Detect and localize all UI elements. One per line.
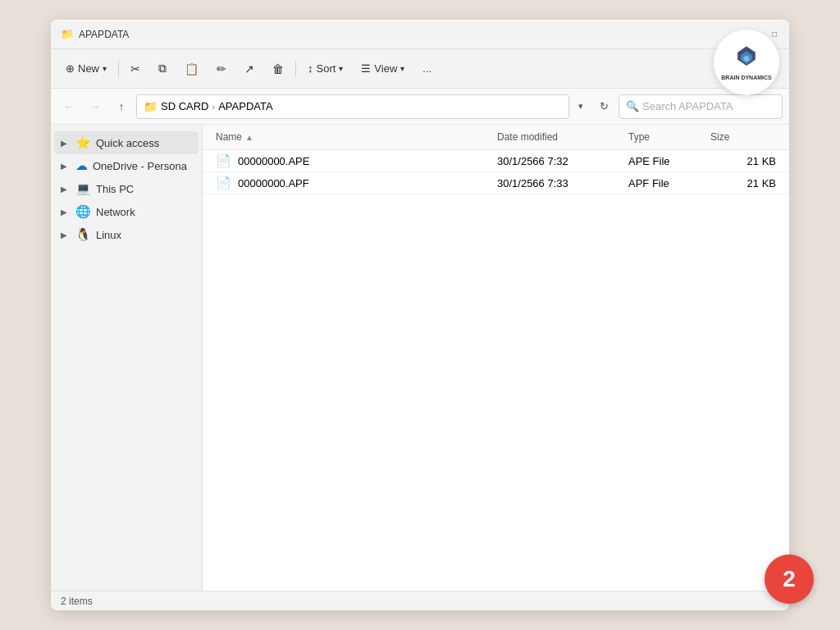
view-dropdown-icon: ▾ (400, 64, 404, 73)
quick-access-icon: ⭐ (75, 135, 91, 150)
title-bar-title: APAPDATA (79, 29, 753, 40)
copy-icon: ⧉ (158, 62, 167, 75)
table-row[interactable]: 📄 00000000.APF 30/1/2566 7:33 APF File 2… (203, 172, 789, 194)
onedrive-icon: ☁ (75, 158, 88, 173)
sidebar-item-network[interactable]: ▶ 🌐 Network (54, 200, 199, 223)
sidebar-item-quick-access[interactable]: ▶ ⭐ Quick access (54, 131, 199, 154)
delete-button[interactable]: 🗑 (264, 56, 292, 82)
file-list-header: Name ▲ Date modified Type Size (203, 125, 789, 150)
file-size: 21 KB (710, 155, 776, 167)
file-type: APE File (628, 155, 710, 167)
maximize-button[interactable]: □ (769, 30, 779, 39)
search-placeholder: Search APAPDATA (642, 100, 733, 112)
explorer-window: 📁 APAPDATA — □ ⊕ New ▾ ✂ ⧉ 📋 ✏ ↗ 🗑 (51, 20, 789, 610)
sort-button[interactable]: ↕ Sort ▾ (299, 56, 351, 82)
forward-button[interactable]: → (84, 95, 107, 118)
title-bar: 📁 APAPDATA — □ (51, 20, 789, 49)
file-name-cell: 📄 00000000.APF (216, 176, 497, 190)
breadcrumb-sd-card: SD CARD (161, 100, 209, 112)
sidebar-item-label-network: Network (96, 206, 135, 218)
badge-number: 2 (765, 555, 814, 604)
more-button[interactable]: ... (414, 56, 440, 82)
network-icon: 🌐 (75, 204, 91, 219)
up-button[interactable]: ↑ (110, 95, 133, 118)
sidebar-item-label-onedrive: OneDrive - Persona (93, 160, 187, 172)
status-bar: 2 items (51, 591, 789, 610)
file-date: 30/1/2566 7:33 (497, 177, 628, 189)
cut-icon: ✂ (130, 62, 140, 75)
file-size: 21 KB (710, 177, 776, 189)
expand-icon-network: ▶ (61, 208, 71, 217)
linux-icon: 🐧 (75, 227, 91, 242)
expand-icon-onedrive: ▶ (61, 162, 71, 171)
main-content: ▶ ⭐ Quick access ▶ ☁ OneDrive - Persona … (51, 125, 789, 591)
sort-asc-icon: ▲ (245, 133, 253, 142)
file-name: 00000000.APF (238, 177, 309, 189)
new-dropdown-icon: ▾ (103, 64, 107, 73)
file-list: Name ▲ Date modified Type Size 📄 0000000… (203, 125, 789, 591)
new-icon: ⊕ (66, 62, 75, 75)
title-bar-icon: 📁 (61, 28, 74, 41)
back-button[interactable]: ← (57, 95, 80, 118)
sidebar-item-label-quick-access: Quick access (96, 137, 159, 149)
search-icon: 🔍 (626, 100, 639, 112)
file-name: 00000000.APE (238, 155, 309, 167)
brain-dynamics-logo: BRAIN DYNAMICS (714, 30, 779, 95)
table-row[interactable]: 📄 00000000.APE 30/1/2566 7:32 APE File 2… (203, 150, 789, 172)
sidebar-item-this-pc[interactable]: ▶ 💻 This PC (54, 177, 199, 200)
sort-icon: ↕ (308, 62, 313, 75)
breadcrumb-sep-1: › (212, 102, 216, 112)
file-rows-container: 📄 00000000.APE 30/1/2566 7:32 APE File 2… (203, 150, 789, 194)
rename-icon: ✏ (217, 62, 226, 75)
more-icon: ... (422, 62, 431, 75)
view-icon: ☰ (361, 62, 371, 75)
sidebar-item-linux[interactable]: ▶ 🐧 Linux (54, 223, 199, 246)
this-pc-icon: 💻 (75, 181, 91, 196)
sidebar-item-label-linux: Linux (96, 229, 121, 241)
sidebar-item-label-this-pc: This PC (96, 183, 134, 195)
delete-icon: 🗑 (272, 62, 284, 75)
paste-button[interactable]: 📋 (176, 56, 207, 82)
expand-icon-quick-access: ▶ (61, 139, 71, 148)
share-icon: ↗ (244, 62, 254, 75)
brain-dynamics-text: BRAIN DYNAMICS (721, 75, 771, 81)
view-button[interactable]: ☰ View ▾ (353, 56, 413, 82)
file-icon: 📄 (216, 176, 231, 190)
breadcrumb-apapdata: APAPDATA (218, 100, 272, 112)
toolbar: ⊕ New ▾ ✂ ⧉ 📋 ✏ ↗ 🗑 ↕ Sort ▾ ☰ (51, 49, 789, 89)
copy-button[interactable]: ⧉ (150, 56, 175, 82)
col-header-type[interactable]: Type (628, 128, 710, 146)
toolbar-separator-1 (118, 61, 119, 77)
path-folder-icon: 📁 (144, 100, 158, 113)
cut-button[interactable]: ✂ (122, 56, 148, 82)
paste-icon: 📋 (185, 62, 199, 75)
items-count: 2 items (61, 596, 93, 607)
address-bar: ← → ↑ 📁 SD CARD › APAPDATA ▾ ↻ 🔍 Search … (51, 89, 789, 125)
file-name-cell: 📄 00000000.APE (216, 153, 497, 168)
sidebar: ▶ ⭐ Quick access ▶ ☁ OneDrive - Persona … (51, 125, 203, 591)
file-icon: 📄 (216, 153, 231, 168)
col-header-size[interactable]: Size (710, 128, 776, 146)
address-path[interactable]: 📁 SD CARD › APAPDATA (136, 94, 569, 119)
address-dropdown-button[interactable]: ▾ (573, 95, 589, 118)
expand-icon-linux: ▶ (61, 231, 71, 240)
file-type: APF File (628, 177, 710, 189)
new-button[interactable]: ⊕ New ▾ (57, 56, 115, 82)
share-button[interactable]: ↗ (236, 56, 262, 82)
col-header-date[interactable]: Date modified (497, 128, 628, 146)
file-date: 30/1/2566 7:32 (497, 155, 628, 167)
refresh-button[interactable]: ↻ (592, 95, 615, 118)
toolbar-separator-2 (295, 61, 296, 77)
rename-button[interactable]: ✏ (208, 56, 235, 82)
sort-dropdown-icon: ▾ (339, 64, 343, 73)
sidebar-item-onedrive[interactable]: ▶ ☁ OneDrive - Persona (54, 154, 199, 177)
brain-dynamics-svg-icon (732, 43, 761, 73)
search-box[interactable]: 🔍 Search APAPDATA (619, 94, 783, 119)
col-header-name[interactable]: Name ▲ (216, 128, 497, 146)
expand-icon-this-pc: ▶ (61, 185, 71, 194)
